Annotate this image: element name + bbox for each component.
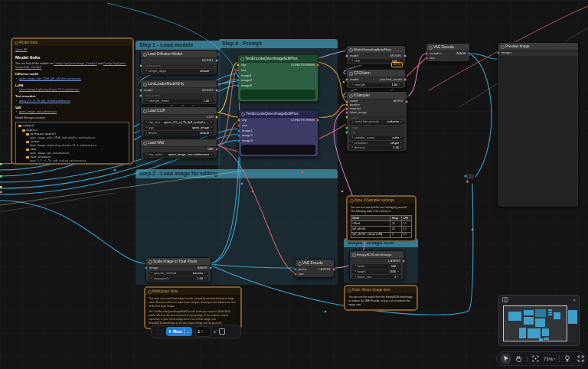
run-control-bar[interactable]: ⋮⋮ Run ⌄ 1 ▴▾ × [151, 325, 241, 338]
canvas-toolbar[interactable]: 73% ▾ [496, 351, 586, 366]
input-socket[interactable] [237, 69, 240, 72]
input-socket[interactable] [464, 175, 467, 178]
fit-view-button[interactable] [531, 354, 541, 364]
output-socket[interactable] [405, 100, 408, 103]
node-load-vae[interactable]: Load VAE VAE vae_nameqwen_image_vae.safe… [140, 139, 217, 158]
node-title[interactable]: VAE Encode [296, 260, 334, 267]
widget-steps[interactable]: steps [349, 126, 404, 130]
stop-button[interactable] [219, 328, 225, 335]
note-title[interactable]: Markdown Note [145, 288, 240, 295]
widget-unet-name[interactable]: unet_name [143, 64, 214, 68]
widget-upscale-method[interactable]: upscale_methodlanczos [149, 271, 208, 276]
node-cfgnorm[interactable]: CFGNorm modelpatched_model strength1.00 [346, 69, 406, 89]
node-title[interactable]: ModelSamplingAuraFlow [347, 46, 405, 54]
qwen-hf-link[interactable]: Qwen HF [15, 48, 28, 51]
widget-sampler-name[interactable]: sampler_nameeuler [349, 136, 404, 140]
input-socket[interactable] [237, 64, 240, 67]
minimap-panel[interactable]: × [498, 295, 580, 346]
widget-input-socket[interactable] [345, 131, 348, 134]
input-socket[interactable] [237, 119, 240, 122]
node-text-encode-negative[interactable]: TextEncodeQwenImageEditPlus clipCONDITIO… [238, 109, 318, 157]
comfyui-canvas[interactable]: Step 1 - Load models Step 4 - Prompt Ste… [0, 0, 588, 369]
widget-width[interactable]: width640 [352, 264, 401, 269]
run-button[interactable]: Run ⌄ [166, 327, 193, 336]
node-title[interactable]: Load Diffusion Model [141, 51, 217, 58]
widget-input-socket[interactable] [345, 126, 348, 129]
input-socket[interactable] [145, 266, 148, 269]
note-model-links[interactable]: Model links Qwen HF Model links You can … [11, 38, 134, 165]
node-title[interactable]: CFGNorm [347, 70, 405, 77]
widget-weight-dtype[interactable]: weight_dtypedefault [143, 69, 214, 73]
output-socket[interactable] [403, 54, 407, 57]
note-model-links-title[interactable]: Model links [12, 39, 132, 46]
model-file-link[interactable]: Qwen-Image-Lightning-4steps-V1.0.safeten… [19, 88, 79, 91]
widget-seed[interactable]: seed [349, 116, 404, 120]
input-socket[interactable] [345, 100, 348, 103]
group-step2-title[interactable]: Step 2 - Load image for editing [136, 169, 338, 178]
chevron-down-icon[interactable]: ⌄ [187, 330, 190, 334]
input-socket[interactable] [237, 74, 240, 77]
widget-denoise[interactable]: denoise1.00 [349, 145, 404, 150]
input-socket[interactable] [345, 103, 348, 106]
node-title[interactable]: Scale Image to Total Pixels [146, 258, 211, 266]
input-socket[interactable] [294, 273, 297, 276]
input-socket[interactable] [345, 111, 348, 114]
select-tool-button[interactable] [501, 354, 511, 364]
node-title[interactable]: KSampler [347, 92, 407, 100]
run-count-stepper[interactable]: 1 ▴▾ [195, 326, 211, 337]
minimap-close-icon[interactable]: × [573, 298, 576, 302]
node-title[interactable]: TextEncodeQwenImageEditPlus [238, 55, 318, 63]
input-socket[interactable] [345, 78, 348, 81]
input-socket[interactable] [237, 139, 240, 142]
widget-scheduler[interactable]: schedulersimple [349, 141, 404, 145]
node-vae-decode[interactable]: VAE Decode samplesIMAGE vae [426, 43, 470, 62]
repo-link-1[interactable]: Comfy-Org/Qwen-Image_ComfyUI [54, 62, 97, 65]
pan-tool-button[interactable] [514, 354, 524, 364]
node-load-diffusion-model[interactable]: Load Diffusion Model MODEL unet_name wei… [140, 50, 217, 75]
input-socket[interactable] [237, 124, 240, 127]
node-title[interactable]: Load VAE [141, 139, 217, 147]
widget-vae-name[interactable]: vae_nameqwen_image_vae.safetensors [143, 152, 214, 157]
node-text-encode-positive[interactable]: TextEncodeQwenImageEditPlus clipCONDITIO… [237, 54, 318, 102]
input-socket[interactable] [425, 52, 428, 55]
input-socket[interactable] [237, 134, 240, 137]
input-socket[interactable] [237, 79, 240, 82]
node-title[interactable]: EmptySD3LatentImage [350, 251, 403, 259]
model-file-link[interactable]: qwen_2.5_vl_7b_fp8_scaled.safetensors [19, 100, 70, 103]
note-ksampler-settings[interactable]: Note: KSampler settings You can test and… [346, 195, 416, 242]
node-preview-image[interactable]: Preview Image images [498, 42, 579, 207]
group-step1-title[interactable]: Step 1 - Load models [136, 41, 220, 50]
widget-megapixels[interactable]: megapixels1.00 [149, 276, 208, 281]
input-socket[interactable] [345, 107, 348, 110]
edge-reroute-dots[interactable] [0, 163, 2, 193]
node-ksampler[interactable]: KSampler modelLATENT positive negative l… [346, 91, 407, 152]
stepper-arrows[interactable]: ▴▾ [201, 329, 202, 334]
toggle-theme-button[interactable] [563, 354, 573, 364]
model-file-link[interactable]: qwen_image_edit_2509_fp8_e4m3fn.safetens… [19, 77, 81, 80]
drag-handle-icon[interactable]: ⋮⋮ [155, 328, 163, 335]
group-step4-title[interactable]: Step 4 - Prompt [218, 39, 338, 48]
output-socket[interactable] [403, 78, 407, 81]
widget-lora-name[interactable]: lora_name [143, 93, 214, 98]
widget-height[interactable]: height1440 [352, 269, 401, 274]
widget-strength-model[interactable]: strength_model1.00 [143, 99, 214, 103]
widget-cfg[interactable]: cfg [349, 130, 404, 135]
note-title[interactable]: Note: KSampler settings [348, 197, 415, 204]
input-socket[interactable] [294, 268, 297, 271]
node-title[interactable]: TextEncodeQwenImageEditPlus [239, 110, 318, 118]
widget-control-after-generate[interactable]: control after generaterandomize [349, 120, 404, 125]
note-markdown[interactable]: Markdown Note This note is to avoid bad … [144, 286, 242, 329]
minimap-body[interactable] [501, 304, 577, 343]
node-scale-image[interactable]: Scale Image to Total Pixels imageIMAGE u… [145, 257, 211, 282]
input-socket[interactable] [237, 84, 240, 87]
widget-input-socket[interactable] [345, 116, 348, 119]
widget-input-socket[interactable] [139, 94, 142, 97]
input-socket[interactable] [345, 54, 348, 57]
widget-device[interactable]: devicedefault [143, 131, 214, 136]
input-socket[interactable] [497, 51, 500, 54]
clear-queue-button[interactable]: × [213, 329, 216, 335]
widget-type[interactable]: typeqwen_image [143, 126, 214, 130]
node-title[interactable]: Preview Image [498, 43, 578, 51]
node-lora-loader[interactable]: LoraLoaderModelOnly modelMODEL lora_name… [140, 80, 217, 105]
node-vae-encode[interactable]: VAE Encode pixelsLATENT vae [295, 259, 335, 278]
